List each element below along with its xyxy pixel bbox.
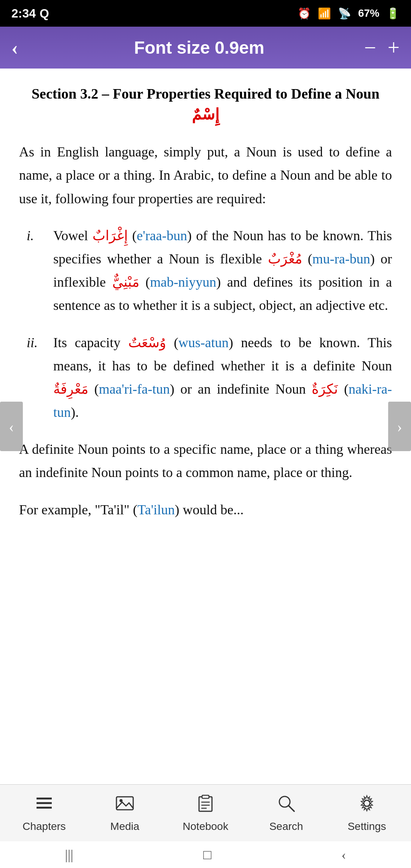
transliteration-2: mu-ra-bun — [312, 251, 370, 266]
back-button[interactable]: ‹ — [11, 37, 34, 59]
svg-rect-1 — [37, 802, 52, 804]
list-marker-2: ii. — [19, 331, 53, 424]
status-left: 2:34 Q — [11, 6, 49, 21]
arabic-word-6: نَكِرَةٌ — [312, 381, 338, 397]
battery-display: 67% — [358, 7, 379, 19]
arabic-word-4: وُسْعَتٌ — [128, 335, 166, 350]
search-icon — [277, 794, 296, 817]
app-icon: Q — [40, 6, 49, 21]
settings-icon — [357, 794, 376, 817]
svg-point-12 — [364, 800, 370, 806]
bottom-navigation: Chapters Media Notebook — [0, 784, 411, 841]
chevron-right-icon: › — [397, 418, 402, 436]
chapters-label: Chapters — [22, 820, 66, 833]
transliteration-5: maa'ri-fa-tun — [99, 381, 170, 397]
transliteration-4: wus-atun — [178, 335, 229, 350]
list-item-2: ii. Its capacity وُسْعَتٌ (wus-atun) nee… — [19, 331, 392, 424]
svg-rect-5 — [199, 797, 212, 811]
next-page-button[interactable]: › — [388, 402, 411, 451]
header: ‹ Font size 0.9em − + — [0, 27, 411, 69]
section-title: Section 3.2 – Four Properties Required t… — [19, 84, 392, 125]
back-system-button[interactable]: ‹ — [341, 847, 346, 863]
font-size-controls: − + — [364, 35, 400, 60]
svg-rect-3 — [116, 797, 133, 810]
section-title-text: Section 3.2 – Four Properties Required t… — [32, 86, 379, 102]
svg-rect-2 — [37, 807, 52, 809]
font-increase-button[interactable]: + — [387, 35, 400, 60]
chapters-icon — [35, 794, 54, 817]
status-right: ⏰ 📶 📡 67% 🔋 — [298, 7, 400, 20]
media-label: Media — [110, 820, 139, 833]
transliteration-partial: Ta'ilun — [137, 502, 175, 517]
svg-rect-0 — [37, 798, 52, 799]
battery-icon: 🔋 — [386, 7, 400, 20]
alarm-icon: ⏰ — [298, 7, 311, 20]
font-decrease-button[interactable]: − — [364, 35, 376, 60]
status-bar: 2:34 Q ⏰ 📶 📡 67% 🔋 — [0, 0, 411, 27]
transliteration-1: e'raa-bun — [137, 228, 187, 243]
recent-apps-button[interactable]: ||| — [65, 847, 73, 863]
nav-item-media[interactable]: Media — [84, 794, 165, 833]
system-nav-bar: ||| □ ‹ — [0, 841, 411, 868]
time-display: 2:34 — [11, 6, 36, 21]
list-item-1: i. Vowel إِغْرَابٌ (e'raa-bun) of the No… — [19, 224, 392, 318]
list-content-2: Its capacity وُسْعَتٌ (wus-atun) needs t… — [53, 331, 392, 424]
page-title: Font size 0.9em — [34, 37, 364, 58]
notebook-label: Notebook — [183, 820, 228, 833]
list-marker-1: i. — [19, 224, 53, 318]
settings-label: Settings — [347, 820, 386, 833]
arabic-word-1: إِغْرَابٌ — [92, 228, 128, 243]
nav-item-chapters[interactable]: Chapters — [4, 794, 84, 833]
nav-item-search[interactable]: Search — [246, 794, 327, 833]
svg-rect-6 — [202, 795, 209, 798]
paragraph-3-partial: For example, "Ta'il" (Ta'ilun) would be.… — [19, 498, 392, 521]
svg-line-11 — [288, 806, 294, 811]
transliteration-3: mab-niyyun — [150, 274, 216, 290]
arabic-word-3: مَبْنِيٌّ — [112, 274, 139, 290]
nav-item-notebook[interactable]: Notebook — [165, 794, 246, 833]
nav-item-settings[interactable]: Settings — [327, 794, 407, 833]
list-content-1: Vowel إِغْرَابٌ (e'raa-bun) of the Noun … — [53, 224, 392, 318]
arabic-word-2: مُغْرَبٌ — [268, 251, 302, 266]
media-icon — [115, 794, 134, 817]
wifi-icon: 📶 — [318, 7, 331, 20]
signal-icon: 📡 — [338, 7, 351, 20]
section-title-arabic: إِسْمٌ — [192, 106, 219, 123]
arabic-word-5: مَعْرِفَةٌ — [53, 381, 88, 397]
intro-paragraph: As in English language, simply put, a No… — [19, 140, 392, 211]
chevron-left-icon: ‹ — [9, 418, 14, 436]
search-label: Search — [269, 820, 303, 833]
notebook-icon — [196, 794, 215, 817]
paragraph-2: A definite Noun points to a specific nam… — [19, 438, 392, 484]
prev-page-button[interactable]: ‹ — [0, 402, 23, 451]
content-area: ‹ › Section 3.2 – Four Properties Requir… — [0, 69, 411, 784]
home-button[interactable]: □ — [203, 847, 212, 863]
